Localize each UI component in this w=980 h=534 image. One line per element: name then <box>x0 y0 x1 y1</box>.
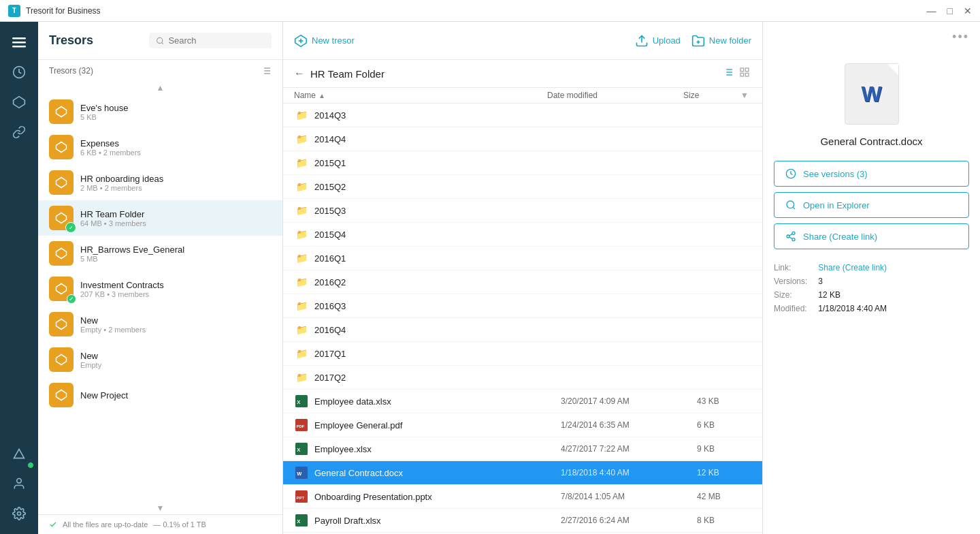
file-date: 2/27/2016 6:24 AM <box>561 516 697 525</box>
tresor-item[interactable]: New Empty • 2 members <box>38 307 282 342</box>
list-item[interactable]: 📁 2016Q1 <box>283 247 762 270</box>
new-folder-label: New folder <box>709 35 751 46</box>
sidebar-title: Tresors <box>49 33 141 48</box>
title-bar-controls[interactable]: — □ ✕ <box>927 5 972 16</box>
col-size-header[interactable]: Size <box>683 91 738 100</box>
svg-marker-16 <box>56 107 67 117</box>
file-name: 2015Q2 <box>314 182 561 192</box>
link-value[interactable]: Share (Create link) <box>818 263 969 272</box>
list-item[interactable]: 📁 2016Q3 <box>283 294 762 318</box>
tresor-item[interactable]: Eve's house 5 KB <box>38 94 282 129</box>
share-create-link-button[interactable]: Share (Create link) <box>774 223 969 249</box>
tresor-icon-synced <box>49 206 74 230</box>
back-button[interactable]: ← <box>294 67 305 80</box>
clock-icon <box>785 168 796 179</box>
minimize-button[interactable]: — <box>927 5 936 16</box>
list-item[interactable]: 📁 2014Q4 <box>283 127 762 151</box>
tresor-name: HR onboarding ideas <box>80 174 272 184</box>
folder-name-2014q3: 2014Q3 <box>314 110 561 121</box>
file-name: 2016Q2 <box>314 277 561 287</box>
folder-name: HR Team Folder <box>310 68 716 80</box>
col-name-label: Name <box>294 91 316 100</box>
file-name: 2016Q3 <box>314 301 561 311</box>
open-in-explorer-button[interactable]: Open in Explorer <box>774 192 969 218</box>
sidebar-header: Tresors <box>38 22 282 60</box>
list-item[interactable]: 📁 2015Q2 <box>283 175 762 199</box>
tresor-item[interactable]: Expenses 6 KB • 2 members <box>38 129 282 165</box>
list-item[interactable]: 📁 2016Q2 <box>283 270 762 294</box>
list-item[interactable]: 📁 2017Q1 <box>283 342 762 366</box>
tresor-info: New Empty <box>80 351 272 369</box>
tresor-name: New <box>80 351 272 361</box>
see-versions-button[interactable]: See versions (3) <box>774 161 969 187</box>
app-logo: T <box>8 5 20 17</box>
versions-value: 3 <box>818 277 969 286</box>
tresors-count: Tresors (32) <box>49 66 93 76</box>
list-item[interactable]: 📁 2015Q4 <box>283 223 762 247</box>
nav-tresors-icon[interactable] <box>5 89 33 116</box>
nav-history-icon[interactable] <box>5 59 33 86</box>
tresor-item[interactable]: New Project <box>38 377 282 413</box>
detail-meta: Link: Share (Create link) Versions: 3 Si… <box>763 252 980 324</box>
tresor-item[interactable]: HR onboarding ideas 2 MB • 2 members <box>38 165 282 200</box>
list-view-icon[interactable] <box>261 65 272 76</box>
nav-menu-icon[interactable] <box>5 29 33 56</box>
maximize-button[interactable]: □ <box>947 5 953 16</box>
docx-icon: W <box>294 465 309 480</box>
list-item[interactable]: X Employee.xlsx 4/27/2017 7:22 AM 9 KB <box>283 437 762 461</box>
tresor-item[interactable]: HR_Barrows Eve_General 5 MB <box>38 236 282 271</box>
file-name: Employee General.pdf <box>314 420 561 430</box>
folder-icon: 📁 <box>294 274 309 289</box>
new-folder-icon <box>691 34 705 48</box>
tresor-meta: 6 KB • 2 members <box>80 148 272 157</box>
list-item[interactable]: PPT Onboarding Presentation.pptx 7/8/201… <box>283 485 762 509</box>
svg-marker-21 <box>56 284 67 294</box>
detail-view-button[interactable] <box>721 65 735 82</box>
nav-settings-icon[interactable] <box>5 500 33 527</box>
tresor-item[interactable]: ✓ Investment Contracts 207 KB • 3 member… <box>38 271 282 307</box>
search-box[interactable] <box>149 33 272 48</box>
col-name-header[interactable]: Name ▲ <box>294 91 547 100</box>
nav-profile-icon[interactable] <box>5 470 33 497</box>
svg-text:PPT: PPT <box>297 496 305 500</box>
nav-mountain-icon[interactable] <box>5 440 33 467</box>
svg-text:W: W <box>297 471 302 477</box>
tresor-meta: Empty • 2 members <box>80 326 272 334</box>
upload-icon <box>635 34 649 48</box>
col-date-header[interactable]: Date modified <box>547 91 683 100</box>
list-item[interactable]: 📁 2014Q3 <box>283 104 762 127</box>
list-item-selected[interactable]: W General Contract.docx 1/18/2018 4:40 A… <box>283 461 762 485</box>
search-input[interactable] <box>168 35 265 46</box>
file-list: 📁 2014Q3 📁 2014Q4 📁 2015Q1 📁 2015Q2 <box>283 104 762 534</box>
nav-links-icon[interactable] <box>5 119 33 146</box>
list-item[interactable]: 📁 2017Q2 <box>283 366 762 390</box>
list-item[interactable]: 📁 2015Q1 <box>283 151 762 175</box>
svg-line-9 <box>162 42 163 44</box>
tresor-meta: Empty <box>80 361 272 369</box>
new-tresor-button[interactable]: New tresor <box>294 34 355 48</box>
tresor-item-selected[interactable]: HR Team Folder 64 MB • 3 members <box>38 200 282 236</box>
tresor-item[interactable]: New Empty <box>38 342 282 377</box>
file-name: General Contract.docx <box>314 468 561 478</box>
list-item[interactable]: X Payroll Draft.xlsx 2/27/2016 6:24 AM 8… <box>283 509 762 533</box>
svg-marker-23 <box>56 355 67 365</box>
list-item[interactable]: X Employee data.xlsx 3/20/2017 4:09 AM 4… <box>283 390 762 413</box>
list-item[interactable]: 📁 2015Q3 <box>283 199 762 223</box>
grid-view-button[interactable] <box>738 65 751 82</box>
tresor-info: Investment Contracts 207 KB • 3 members <box>80 280 272 298</box>
svg-point-57 <box>787 235 789 238</box>
main-layout: Tresors Tresors (32) ▲ <box>0 22 980 534</box>
upload-button[interactable]: Upload <box>635 34 681 48</box>
svg-marker-22 <box>56 319 67 330</box>
new-folder-button[interactable]: New folder <box>691 34 751 48</box>
list-item[interactable]: 📁 2016Q4 <box>283 318 762 342</box>
list-item[interactable]: PDF Employee General.pdf 1/24/2014 6:35 … <box>283 413 762 437</box>
close-button[interactable]: ✕ <box>964 5 972 16</box>
detail-panel: ••• W General Contract.docx See versions… <box>762 22 980 534</box>
folder-icon: 📁 <box>294 298 309 313</box>
svg-text:X: X <box>297 399 300 405</box>
xlsx-icon: X <box>294 513 309 528</box>
more-options-button[interactable]: ••• <box>952 30 969 44</box>
tresor-icon <box>49 383 74 407</box>
pptx-icon: PPT <box>294 489 309 504</box>
